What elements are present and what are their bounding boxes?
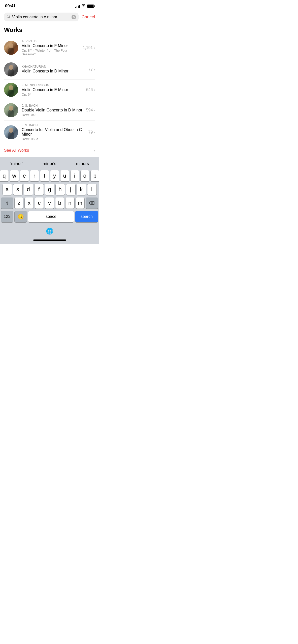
key-g[interactable]: g (45, 184, 54, 195)
key-b[interactable]: b (55, 197, 64, 209)
key-row-2: asdfghjkl (1, 184, 98, 195)
composer-avatar (4, 83, 18, 97)
signal-bars-icon (75, 5, 80, 8)
work-count: 1,191 (83, 46, 93, 50)
search-icon (7, 15, 11, 19)
key-c[interactable]: c (35, 197, 44, 209)
work-meta: 79› (88, 130, 95, 135)
key-row-3: ⇧zxcvbnm⌫ (1, 197, 98, 209)
work-info: J. S. BACHConcerto for Violin and Oboe i… (22, 124, 85, 141)
search-input[interactable]: Violin concerto in e minor (12, 15, 70, 19)
search-input-wrapper[interactable]: Violin concerto in e minor (4, 13, 79, 21)
key-i[interactable]: i (71, 170, 79, 181)
keyboard-container: "minor"minor'sminors qwertyuiop asdfghjk… (0, 157, 99, 244)
work-count: 594 (86, 108, 93, 112)
key-e[interactable]: e (20, 170, 29, 181)
work-chevron-icon: › (94, 130, 95, 134)
composer-avatar (4, 41, 18, 55)
key-k[interactable]: k (77, 184, 86, 195)
work-meta: 1,191› (83, 46, 95, 50)
composer-name: A. VIVALDI (22, 39, 79, 43)
work-count: 646 (86, 88, 93, 92)
home-bar (33, 239, 66, 241)
backspace-key[interactable]: ⌫ (86, 197, 98, 209)
key-j[interactable]: j (66, 184, 75, 195)
composer-name: KHACHATURIAN (22, 65, 85, 68)
see-all-chevron-icon: › (94, 148, 95, 152)
key-l[interactable]: l (87, 184, 96, 195)
see-all-label[interactable]: See All Works (4, 148, 29, 153)
search-key[interactable]: search (75, 211, 98, 222)
key-n[interactable]: n (65, 197, 74, 209)
work-title: Double Violin Concerto in D Minor (22, 108, 83, 112)
key-row-1: qwertyuiop (1, 170, 98, 181)
key-t[interactable]: t (40, 170, 49, 181)
key-d[interactable]: d (24, 184, 33, 195)
work-count: 77 (88, 67, 93, 72)
home-indicator (0, 236, 99, 244)
work-chevron-icon: › (94, 108, 95, 112)
key-z[interactable]: z (15, 197, 23, 209)
work-subtitle: BWV1043 (22, 113, 83, 117)
globe-icon[interactable]: 🌐 (46, 228, 53, 235)
work-meta: 646› (86, 88, 95, 92)
autocomplete-item[interactable]: "minor" (0, 160, 33, 167)
work-title: Violin Concerto in D Minor (22, 69, 85, 73)
work-chevron-icon: › (94, 67, 95, 71)
space-key[interactable]: space (28, 211, 74, 222)
section-title: Works (4, 26, 95, 33)
key-m[interactable]: m (76, 197, 84, 209)
work-info: F. MENDELSSOHNViolin Concerto in E Minor… (22, 84, 83, 96)
work-chevron-icon: › (94, 46, 95, 50)
cancel-button[interactable]: Cancel (82, 15, 95, 20)
key-r[interactable]: r (30, 170, 39, 181)
composer-avatar (4, 62, 18, 76)
autocomplete-bar: "minor"minor'sminors (0, 159, 99, 169)
work-meta: 77› (88, 67, 95, 72)
key-y[interactable]: y (50, 170, 59, 181)
work-info: J. S. BACHDouble Violin Concerto in D Mi… (22, 104, 83, 117)
key-f[interactable]: f (35, 184, 44, 195)
battery-icon (87, 5, 94, 8)
work-item[interactable]: F. MENDELSSOHNViolin Concerto in E Minor… (4, 80, 95, 100)
key-a[interactable]: a (3, 184, 12, 195)
work-item[interactable]: J. S. BACHConcerto for Violin and Oboe i… (4, 120, 95, 144)
keyboard-bottom: 🌐 (0, 226, 99, 236)
key-q[interactable]: q (0, 170, 9, 181)
key-x[interactable]: x (25, 197, 33, 209)
composer-name: J. S. BACH (22, 104, 83, 107)
clear-button[interactable] (72, 15, 76, 19)
autocomplete-item[interactable]: minors (66, 160, 99, 167)
shift-key[interactable]: ⇧ (1, 197, 13, 209)
composer-avatar (4, 103, 18, 117)
work-info: KHACHATURIANViolin Concerto in D Minor (22, 65, 85, 74)
work-subtitle: Op. 8/4 · "Winter from The Four Seasons" (22, 49, 79, 56)
key-o[interactable]: o (81, 170, 89, 181)
autocomplete-item[interactable]: minor's (33, 160, 66, 167)
key-u[interactable]: u (60, 170, 69, 181)
composer-avatar (4, 125, 18, 139)
section-header: Works (0, 24, 99, 36)
composer-name: J. S. BACH (22, 124, 85, 127)
keyboard-rows: qwertyuiop asdfghjkl ⇧zxcvbnm⌫ 123🙂space… (0, 169, 99, 226)
key-h[interactable]: h (56, 184, 65, 195)
status-bar: 09:41 (0, 0, 99, 11)
work-item[interactable]: J. S. BACHDouble Violin Concerto in D Mi… (4, 100, 95, 120)
work-chevron-icon: › (94, 88, 95, 92)
key-p[interactable]: p (91, 170, 99, 181)
key-v[interactable]: v (45, 197, 54, 209)
search-bar-container: Violin concerto in e minor Cancel (0, 11, 99, 24)
work-item[interactable]: KHACHATURIANViolin Concerto in D Minor77… (4, 59, 95, 80)
see-all-works-row[interactable]: See All Works › (0, 144, 99, 157)
work-title: Violin Concerto in E Minor (22, 88, 83, 92)
status-icons (75, 4, 94, 8)
work-item[interactable]: A. VIVALDIViolin Concerto in F MinorOp. … (4, 36, 95, 59)
status-time: 09:41 (5, 4, 16, 9)
svg-line-1 (9, 17, 10, 18)
key-w[interactable]: w (10, 170, 19, 181)
emoji-key[interactable]: 🙂 (15, 211, 27, 222)
key-s[interactable]: s (13, 184, 22, 195)
work-title: Concerto for Violin and Oboe in C Minor (22, 128, 85, 137)
numeric-key[interactable]: 123 (1, 211, 13, 222)
work-title: Violin Concerto in F Minor (22, 44, 79, 48)
